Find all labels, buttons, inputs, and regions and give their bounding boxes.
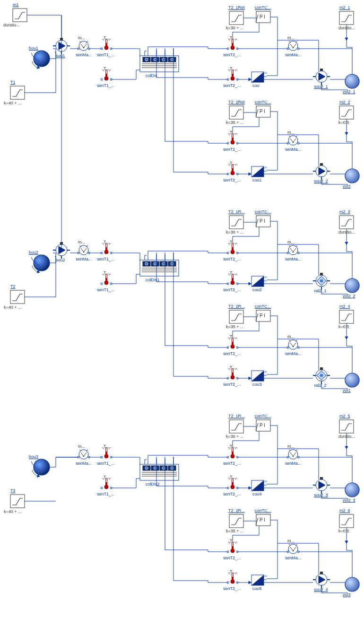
svg-point-522 xyxy=(293,550,294,551)
svg-rect-527 xyxy=(339,514,354,528)
svg-rect-390 xyxy=(10,495,25,508)
colDis-name: colDis1 xyxy=(146,278,160,282)
coo-name: coo2 xyxy=(252,287,262,292)
m2-sub: duratio... xyxy=(338,230,355,235)
t2b-top: T... xyxy=(230,161,235,165)
svg-point-457 xyxy=(293,456,294,457)
svg-point-162 xyxy=(345,169,359,183)
svg-rect-513 xyxy=(232,546,233,551)
svg-rect-297 xyxy=(232,278,233,283)
svg-rect-411 xyxy=(106,482,107,487)
valve-name: sou2_3 xyxy=(314,493,328,497)
gauge2-top: m... xyxy=(287,130,295,135)
svg-marker-551 xyxy=(251,575,264,585)
svg-rect-278 xyxy=(339,216,354,229)
svg-rect-63 xyxy=(229,11,243,25)
gauge-top: m... xyxy=(78,35,85,40)
t1b-name: senT1_... xyxy=(97,287,115,292)
svg-point-41 xyxy=(101,78,103,80)
svg-marker-464 xyxy=(345,446,348,449)
senMa2-name: senMa... xyxy=(285,257,302,261)
svg-point-193 xyxy=(34,255,50,271)
senT2b-name: senT2_... xyxy=(223,83,241,88)
svg-rect-27 xyxy=(106,43,107,48)
senT2b-name: senT2_... xyxy=(223,382,241,387)
svg-point-339 xyxy=(293,346,294,347)
t2a-top: T... xyxy=(230,334,235,339)
senMa2-name: senMa... xyxy=(285,461,302,466)
t1a-top: T... xyxy=(104,35,109,40)
t2a-top: T... xyxy=(230,539,235,543)
t2a-top: T... xyxy=(230,240,235,244)
t1b-name: senT1_... xyxy=(97,83,115,88)
svg-point-148 xyxy=(293,142,294,143)
t1a-name: senT1_... xyxy=(97,461,115,466)
t2b-top: T... xyxy=(230,270,235,275)
t1a-name: senT1_... xyxy=(97,52,115,57)
svg-rect-319 xyxy=(229,310,243,323)
coo-name: coo xyxy=(252,83,260,88)
m2-sub: k=0.5 xyxy=(338,120,349,125)
T2R-name: T2_2Ret xyxy=(228,100,245,104)
svg-rect-93 xyxy=(320,69,323,71)
svg-point-393 xyxy=(83,456,84,457)
svg-marker-90 xyxy=(345,38,348,40)
t1b-name: senT1_... xyxy=(97,492,115,496)
T-val: k=40 + ... xyxy=(4,305,22,310)
svg-point-272 xyxy=(288,245,298,255)
senT2a-name: senT2_... xyxy=(223,461,241,466)
svg-rect-330 xyxy=(232,342,233,347)
svg-marker-155 xyxy=(345,132,348,135)
svg-text:u: u xyxy=(265,71,267,74)
T2R-val: k=35 + ... xyxy=(226,324,244,329)
svg-point-49 xyxy=(154,58,156,61)
t1a-top: T... xyxy=(104,444,109,449)
senMa2-name: senMa... xyxy=(285,147,302,152)
svg-rect-106 xyxy=(232,74,233,78)
vol-name: vol3 xyxy=(343,592,351,597)
svg-marker-307 xyxy=(249,282,251,285)
svg-marker-369 xyxy=(251,371,264,381)
valve-name: val2_2 xyxy=(314,383,327,388)
senT2b-name: senT2_... xyxy=(223,178,241,183)
senMa-left-name: senMa... xyxy=(76,461,92,466)
T-val: k=40 + ... xyxy=(4,101,22,105)
T2R-name: T2_1R... xyxy=(228,414,245,418)
svg-point-421 xyxy=(145,467,148,470)
svg-text:P I: P I xyxy=(260,14,265,19)
m2-name: m2_5 xyxy=(339,414,350,418)
T-name: T3 xyxy=(10,488,16,493)
svg-rect-437 xyxy=(229,420,243,433)
svg-rect-502 xyxy=(229,514,243,528)
gauge2-top: m... xyxy=(287,539,295,543)
svg-point-209 xyxy=(83,252,84,252)
svg-text:u: u xyxy=(265,574,267,577)
valve-name: sou2_4 xyxy=(314,587,328,592)
colDis-name: colDis2 xyxy=(146,482,160,487)
senT2a-name: senT2_... xyxy=(223,351,241,356)
svg-point-349 xyxy=(320,374,323,377)
t2b-top: T... xyxy=(230,365,235,370)
svg-rect-350 xyxy=(320,367,323,370)
t1b-top: T... xyxy=(104,66,109,71)
gauge2-top: m... xyxy=(287,334,295,339)
svg-rect-139 xyxy=(232,138,233,142)
svg-text:P I: P I xyxy=(260,517,265,522)
bou-name: bou2 xyxy=(29,250,38,255)
vol-name: vol2 xyxy=(343,184,351,189)
senMa2-name: senMa... xyxy=(285,351,302,356)
svg-rect-37 xyxy=(106,74,107,78)
coo-name: coo1 xyxy=(252,178,262,183)
svg-rect-128 xyxy=(229,106,243,119)
svg-rect-532 xyxy=(320,572,323,574)
svg-point-283 xyxy=(320,279,323,282)
colDis-name: colDis xyxy=(146,73,157,78)
t2a-top: T... xyxy=(230,130,235,135)
svg-rect-462 xyxy=(339,420,354,433)
svg-text:P I: P I xyxy=(260,423,265,428)
vol-name: vol2_2 xyxy=(343,294,355,298)
vol-name: vol2_1 xyxy=(343,89,355,94)
svg-marker-112 xyxy=(251,72,264,82)
svg-marker-486 xyxy=(251,480,264,491)
m1-name: m1 xyxy=(13,2,19,7)
